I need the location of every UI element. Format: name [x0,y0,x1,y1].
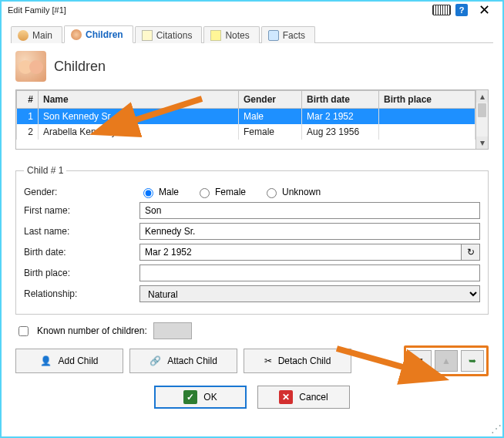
cancel-label: Cancel [299,392,328,403]
cell-birth-date: Mar 2 1952 [302,109,379,125]
label-gender: Gender: [24,187,139,197]
col-name[interactable]: Name [39,91,239,109]
repeat-icon: ↻ [467,247,475,258]
known-children-checkbox[interactable] [18,326,29,336]
tab-facts-label: Facts [283,30,305,41]
chevron-up-icon: ▲ [442,355,451,366]
radio-female[interactable]: Female [196,186,246,198]
attach-child-label: Attach Child [167,355,217,366]
cancel-button[interactable]: ✕Cancel [257,386,350,409]
edit-family-window: Edit Family [#1] ? ✕ Main Children Citat… [0,0,504,438]
goto-button[interactable]: ➥ [461,350,484,372]
children-icon [71,29,82,40]
first-name-field[interactable] [139,202,480,219]
radio-female-input[interactable] [200,188,210,198]
label-birth-date: Birth date: [24,247,139,258]
label-last-name: Last name: [24,226,139,237]
tab-bar: Main Children Citations Notes Facts [11,23,493,43]
children-grid[interactable]: # Name Gender Birth date Birth place 1 S… [15,89,489,150]
notes-icon [210,30,221,41]
move-down-button[interactable]: ▼ [408,350,432,372]
chevron-down-icon: ▼ [415,355,425,366]
check-icon: ✓ [183,390,197,404]
cell-birth-place [379,109,475,125]
col-birth-date[interactable]: Birth date [302,91,379,109]
cell-num: 2 [17,124,39,140]
col-birth-place[interactable]: Birth place [379,91,475,109]
radio-unknown-input[interactable] [267,188,277,198]
scroll-up-icon[interactable]: ▴ [476,90,488,103]
radio-male-input[interactable] [143,188,153,198]
cell-name: Arabella Kennedy [39,124,239,140]
detail-legend: Child # 1 [24,165,66,176]
col-gender[interactable]: Gender [239,91,302,109]
ok-label: OK [203,392,217,403]
known-children-count[interactable] [153,322,192,339]
col-num[interactable]: # [17,91,39,109]
tab-main[interactable]: Main [11,26,62,43]
known-children-label: Known number of children: [37,325,147,336]
date-repeat-button[interactable]: ↻ [462,244,480,261]
tab-children-label: Children [86,29,123,40]
page-title: Children [54,59,106,75]
tab-main-label: Main [32,30,52,41]
table-row[interactable]: 1 Son Kennedy Sr. Male Mar 2 1952 [17,109,475,125]
citation-icon [142,30,153,41]
link-icon: 🔗 [150,355,161,366]
add-person-icon: 👤 [40,355,52,366]
child-detail-group: Child # 1 Gender: Male Female Unknown Fi… [15,165,489,315]
radio-male[interactable]: Male [139,186,179,198]
children-avatar-icon [15,51,46,82]
person-icon [18,30,29,41]
cell-gender: Female [239,124,302,140]
resize-grip-icon[interactable]: ⋰ [491,423,499,435]
goto-icon: ➥ [469,355,476,366]
keyboard-icon[interactable] [432,5,451,15]
radio-unknown[interactable]: Unknown [263,186,321,198]
tab-notes-label: Notes [225,30,249,41]
titlebar: Edit Family [#1] ? ✕ [2,2,502,19]
birth-place-field[interactable] [139,264,480,281]
close-icon[interactable]: ✕ [472,2,496,19]
radio-female-label: Female [215,187,246,197]
birth-date-field[interactable] [139,244,462,261]
relationship-select[interactable]: Natural [139,285,480,302]
tab-children[interactable]: Children [64,25,133,43]
cell-num: 1 [17,109,39,125]
attach-child-button[interactable]: 🔗Attach Child [129,349,237,373]
add-child-label: Add Child [58,355,98,366]
cell-birth-place [379,124,475,140]
scroll-thumb[interactable] [478,103,486,117]
radio-male-label: Male [159,187,179,197]
x-icon: ✕ [279,390,293,404]
tab-facts[interactable]: Facts [261,26,315,43]
detach-child-label: Detach Child [278,355,331,366]
cell-name: Son Kennedy Sr. [39,109,239,125]
scroll-down-icon[interactable]: ▾ [476,136,488,149]
table-row[interactable]: 2 Arabella Kennedy Female Aug 23 1956 [17,124,475,140]
last-name-field[interactable] [139,223,480,240]
unlink-icon: ✂ [264,355,272,366]
tab-citations[interactable]: Citations [135,26,203,43]
cell-birth-date: Aug 23 1956 [302,124,379,140]
label-relationship: Relationship: [24,288,139,299]
add-child-button[interactable]: 👤Add Child [15,349,123,373]
window-title: Edit Family [#1] [8,5,432,15]
label-first-name: First name: [24,205,139,216]
detach-child-button[interactable]: ✂Detach Child [244,349,351,373]
move-up-button[interactable]: ▲ [435,350,458,372]
cell-gender: Male [239,109,302,125]
reorder-group: ▼ ▲ ➥ [404,345,489,376]
radio-unknown-label: Unknown [282,187,321,197]
ok-button[interactable]: ✓OK [154,386,247,409]
tab-citations-label: Citations [156,30,193,41]
label-birth-place: Birth place: [24,268,139,278]
grid-scrollbar[interactable]: ▴ ▾ [475,90,488,149]
tab-notes[interactable]: Notes [203,26,259,43]
facts-icon [268,30,279,41]
help-icon[interactable]: ? [455,4,468,16]
